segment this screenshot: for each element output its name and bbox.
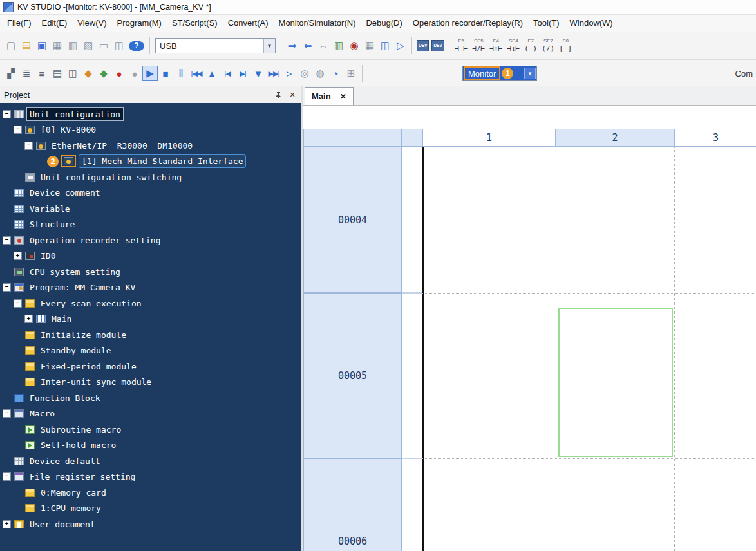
fkey-button-sf7[interactable]: SF7(/) xyxy=(540,34,557,57)
device-monitor-1-icon[interactable]: DEV xyxy=(417,40,429,51)
step-last-icon[interactable]: ▶▶| xyxy=(266,66,281,81)
force-set-icon[interactable]: ◆ xyxy=(80,66,96,81)
save-icon[interactable]: ▣ xyxy=(34,38,50,53)
tree-collapse-box[interactable]: − xyxy=(3,409,11,418)
tree-expand-box[interactable]: + xyxy=(14,252,22,260)
menu-item-debug-d[interactable]: Debug(D) xyxy=(361,16,407,30)
step-up-icon[interactable]: ▲ xyxy=(204,66,220,81)
tree-item-every-scan-execution[interactable]: −Every-scan execution xyxy=(0,295,301,312)
menu-item-convert-a[interactable]: Convert(A) xyxy=(223,16,274,30)
force-reset-icon[interactable]: ◆ xyxy=(96,66,111,81)
device-monitor-2-icon[interactable]: DEV xyxy=(431,40,444,51)
menu-item-operation-recorder-replay-r[interactable]: Operation recorder/Replay(R) xyxy=(408,16,528,30)
tab-main[interactable]: Main ✕ xyxy=(305,87,354,105)
menu-item-file-f[interactable]: File(F) xyxy=(2,16,37,30)
tree-collapse-box[interactable]: − xyxy=(3,472,11,481)
tree-item-fixed-period-module[interactable]: Fixed-period module xyxy=(0,359,301,375)
menu-item-window-w[interactable]: Window(W) xyxy=(565,16,618,30)
menu-item-monitor-simulator-n[interactable]: Monitor/Simulator(N) xyxy=(274,16,361,30)
open-folder-icon[interactable]: ▤ xyxy=(19,38,34,53)
tree-collapse-box[interactable]: − xyxy=(3,283,11,292)
tree-item-user-document[interactable]: +User document xyxy=(0,516,301,532)
monitor-stop-icon[interactable]: ■ xyxy=(158,66,173,81)
tree-item-structure[interactable]: Structure xyxy=(0,217,301,233)
chevron-down-icon[interactable]: ▼ xyxy=(263,39,275,53)
script-list-icon[interactable]: ≡ xyxy=(34,66,50,81)
chevron-down-icon[interactable]: ▼ xyxy=(524,68,536,79)
tree-item-id0[interactable]: +ID0 xyxy=(0,248,301,265)
row-number-cell[interactable]: 00005 xyxy=(303,293,402,458)
tree-item-1-cpu-memory[interactable]: 1:CPU memory xyxy=(0,501,301,517)
close-icon[interactable]: ✕ xyxy=(287,89,298,100)
operation-record-icon[interactable]: ● xyxy=(111,66,127,81)
record-pause-icon[interactable]: ● xyxy=(127,66,142,81)
tree-item-1-mech-mind-standard-interface[interactable]: 2[1] Mech-Mind Standard Interface xyxy=(0,154,301,170)
ladder-canvas[interactable]: 123000040000500006 xyxy=(303,106,756,551)
plc-to-pc-transfer-icon[interactable]: ⇐ xyxy=(300,38,316,53)
editor-selection-box[interactable] xyxy=(558,308,673,457)
tree-collapse-box[interactable]: − xyxy=(3,236,11,245)
pin-icon[interactable] xyxy=(273,89,283,100)
tree-item-device-default[interactable]: Device default xyxy=(0,453,301,469)
tree-item-inter-unit-sync-module[interactable]: Inter-unit sync module xyxy=(0,375,301,391)
monitor-start-icon[interactable]: ▶ xyxy=(142,66,158,81)
chart-monitor-icon[interactable]: ◫ xyxy=(65,66,80,81)
row-number-cell[interactable]: 00006 xyxy=(303,458,402,551)
tree-item-self-hold-macro[interactable]: Self-hold macro xyxy=(0,438,301,454)
tree-collapse-box[interactable]: − xyxy=(14,126,22,134)
connection-combo[interactable]: USB ▼ xyxy=(155,38,276,53)
copy-icon[interactable]: ▥ xyxy=(65,38,80,53)
new-file-icon[interactable]: ▢ xyxy=(3,38,19,53)
tree-expand-box[interactable]: + xyxy=(3,520,11,528)
tree-item-file-register-setting[interactable]: −File register setting xyxy=(0,469,301,485)
tree-item-standby-module[interactable]: Standby module xyxy=(0,343,301,359)
menu-item-st-script-s[interactable]: ST/Script(S) xyxy=(167,16,223,30)
tree-collapse-box[interactable]: − xyxy=(14,299,22,308)
close-icon[interactable]: ✕ xyxy=(340,92,346,101)
tree-item-unit-configuration-switching[interactable]: Unit configuration switching xyxy=(0,169,301,185)
fkey-button-f8[interactable]: F8[ ] xyxy=(557,34,574,57)
menu-item-edit-e[interactable]: Edit(E) xyxy=(37,16,73,30)
tree-item-variable[interactable]: Variable xyxy=(0,201,301,217)
pause-icon[interactable]: Ⅱ xyxy=(173,66,189,81)
tree-item-initialize-module[interactable]: Initialize module xyxy=(0,327,301,343)
tree-collapse-box[interactable]: − xyxy=(24,142,33,150)
find-device-icon[interactable]: ◉ xyxy=(346,38,362,53)
plc-monitor-icon[interactable]: ▥ xyxy=(331,38,346,53)
menu-item-view-v[interactable]: View(V) xyxy=(72,16,111,30)
tree-item-cpu-system-setting[interactable]: CPU system setting xyxy=(0,264,301,280)
tree-expand-box[interactable]: + xyxy=(24,315,33,323)
tree-item-main[interactable]: +Main xyxy=(0,312,301,328)
print-preview-icon[interactable]: ◫ xyxy=(111,38,127,53)
fkey-button-sf4[interactable]: SF4⊣↓⊢ xyxy=(505,34,522,57)
registration-monitor-icon[interactable]: ◫ xyxy=(377,38,393,53)
watch-window-icon[interactable]: ▤ xyxy=(50,66,65,81)
pc-to-plc-transfer-icon[interactable]: ⇒ xyxy=(285,38,300,53)
tree-item-function-block[interactable]: Function Block xyxy=(0,390,301,406)
tree-item-subroutine-macro[interactable]: Subroutine macro xyxy=(0,422,301,438)
step-over-icon[interactable]: > xyxy=(281,66,297,81)
online-edit-icon[interactable]: ◎ xyxy=(297,66,312,81)
clock-icon[interactable]: ◔ xyxy=(328,66,343,81)
tree-collapse-box[interactable]: − xyxy=(3,110,11,118)
tree-item-0-kv-8000[interactable]: −[0] KV-8000 xyxy=(0,122,301,138)
verify-data-icon[interactable]: ⇔ xyxy=(316,38,331,53)
tree-item-ethernet-ip-r30000-dm10000[interactable]: −EtherNet/IP R30000 DM10000 xyxy=(0,138,301,154)
step-forward-icon[interactable]: ▶| xyxy=(235,66,250,81)
device-value-icon[interactable]: ⊞ xyxy=(343,66,359,81)
row-number-cell[interactable]: 00004 xyxy=(303,147,402,293)
tree-item-0-memory-card[interactable]: 0:Memory card xyxy=(0,485,301,501)
tree-item-device-comment[interactable]: Device comment xyxy=(0,185,301,201)
tree-item-program-mm-camera-kv[interactable]: −Program: MM_Camera_KV xyxy=(0,280,301,296)
fkey-button-f4[interactable]: F4⊣↑⊢ xyxy=(487,34,505,57)
tree-item-macro[interactable]: −Macro xyxy=(0,406,301,422)
replay-icon[interactable]: ◍ xyxy=(312,66,328,81)
device-batch-icon[interactable]: ▦ xyxy=(362,38,377,53)
save-all-icon[interactable]: ▦ xyxy=(50,38,65,53)
instruction-list-icon[interactable]: ≣ xyxy=(19,66,34,81)
fkey-button-f7[interactable]: F7( ) xyxy=(522,34,540,57)
menu-item-tool-t[interactable]: Tool(T) xyxy=(528,16,564,30)
step-first-icon[interactable]: |◀◀ xyxy=(189,66,204,81)
tree-item-operation-recorder-setting[interactable]: −Operation recorder setting xyxy=(0,232,301,248)
step-back-icon[interactable]: |◀ xyxy=(220,66,235,81)
